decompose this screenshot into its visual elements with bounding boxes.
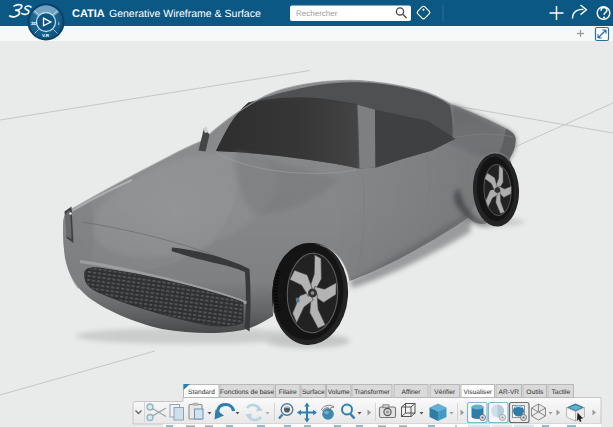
svg-text:V.R: V.R [42, 33, 50, 38]
svg-text:i: i [58, 21, 59, 26]
svg-text:AR-VR: AR-VR [499, 389, 520, 396]
svg-text:Fonctions de base: Fonctions de base [220, 389, 274, 396]
svg-text:Vérifier: Vérifier [434, 389, 456, 396]
svg-text:Filaire: Filaire [279, 389, 297, 396]
svg-text:Visualiser: Visualiser [464, 389, 493, 396]
svg-text:Outils: Outils [526, 389, 544, 396]
svg-text:Surface: Surface [302, 389, 325, 396]
svg-text:Volume: Volume [328, 389, 350, 396]
svg-text:Rechercher: Rechercher [296, 9, 338, 18]
svg-text:Standard: Standard [188, 389, 215, 396]
svg-text:Tactile: Tactile [551, 389, 570, 396]
svg-text:Affiner: Affiner [402, 389, 422, 396]
svg-text:CATIA: CATIA [72, 8, 105, 20]
svg-text:3D: 3D [31, 21, 38, 26]
svg-text:Transformer: Transformer [354, 389, 390, 396]
svg-text:Generative Wireframe & Surface: Generative Wireframe & Surface [109, 8, 261, 20]
